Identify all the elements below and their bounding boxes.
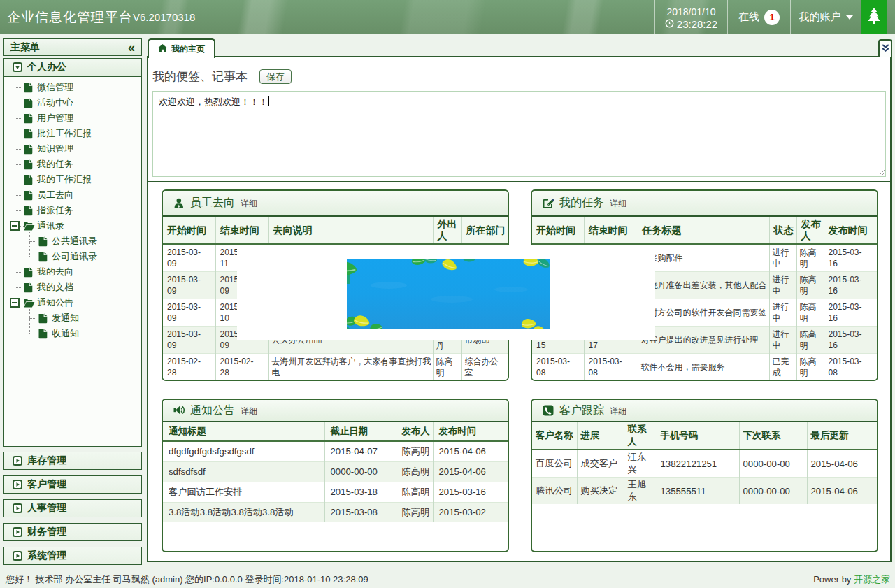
- table-cell: 腾讯公司: [532, 478, 577, 505]
- header-date: 2018/01/10: [666, 6, 715, 18]
- table-cell: 陈高明: [396, 502, 433, 522]
- tab-overflow-button[interactable]: [878, 39, 892, 57]
- table-cell: 135555511: [657, 478, 739, 505]
- column-header: 截止日期: [324, 422, 396, 441]
- datetime-cell: 2018/01/10 23:28:22: [654, 0, 727, 34]
- table-row[interactable]: dfgdfgdfgdsfgsdfgsdf2015-04-07陈高明2015-04…: [163, 441, 508, 461]
- table-header-row: 通知标题截止日期发布人发布时间: [163, 422, 508, 441]
- table-cell: 2015-04-06: [807, 450, 877, 478]
- brand-link[interactable]: 开源之家: [854, 574, 890, 585]
- table-cell: 2015-03-09: [163, 244, 215, 271]
- table-cell: 0000-00-00: [739, 450, 807, 478]
- sidebar-item-16[interactable]: 收通知: [4, 326, 141, 341]
- table-cell: 2015-04-06: [433, 441, 508, 461]
- file-icon: [38, 313, 48, 324]
- sidebar-item-1[interactable]: 活动中心: [4, 95, 141, 110]
- table-cell: 王旭东: [624, 478, 657, 505]
- file-icon: [23, 129, 34, 139]
- account-menu-button[interactable]: 我的账户: [790, 0, 861, 34]
- table-cell: 2015-03-08: [824, 353, 877, 380]
- panel-more-link[interactable]: 详细: [241, 406, 257, 417]
- panel-more-link[interactable]: 详细: [241, 198, 257, 210]
- table-cell: 0000-00-00: [324, 461, 396, 482]
- sidebar-section-1[interactable]: 客户管理: [3, 475, 142, 494]
- text-cursor: [268, 96, 269, 106]
- table-header-row: 客户名称进展联系人手机号码下次联系最后更新: [532, 422, 877, 450]
- sidebar-item-3[interactable]: 批注工作汇报: [4, 126, 141, 141]
- sidebar-section-2[interactable]: 人事管理: [3, 499, 142, 517]
- sidebar-section-0[interactable]: 库存管理: [3, 452, 142, 470]
- sidebar-item-2[interactable]: 用户管理: [4, 110, 141, 126]
- sidebar-item-8[interactable]: 指派任务: [4, 203, 141, 218]
- notes-title: 我的便签、记事本: [152, 69, 248, 85]
- file-icon: [23, 144, 34, 155]
- sidebar-item-11[interactable]: 公司通讯录: [4, 249, 141, 264]
- sidebar-section-3[interactable]: 财务管理: [3, 523, 142, 541]
- table-row[interactable]: 客户回访工作安排2015-03-18陈高明2015-03-16: [163, 482, 508, 502]
- panel-more-link[interactable]: 详细: [610, 406, 626, 417]
- table-cell: 13822121251: [657, 450, 739, 478]
- table-row[interactable]: sdfsdfsdf0000-00-00陈高明2015-04-06: [163, 461, 508, 482]
- sidebar-item-0[interactable]: 微信管理: [4, 80, 141, 95]
- sidebar-item-10[interactable]: 公共通讯录: [4, 234, 141, 249]
- sidebar-item-6[interactable]: 我的工作汇报: [4, 172, 141, 187]
- content-divider: [147, 181, 892, 182]
- table-cell: 2015-03-16: [824, 326, 877, 353]
- table-row[interactable]: 百度公司成交客户汪东兴138221212510000-00-002015-04-…: [532, 450, 877, 478]
- sidebar-item-9[interactable]: 通讯录: [4, 218, 141, 234]
- panel-header: 我的任务详细: [532, 191, 877, 217]
- clock-icon: [665, 18, 674, 31]
- notes-textarea[interactable]: 欢迎欢迎，热烈欢迎！！！: [152, 91, 886, 177]
- box-arrow-right-icon: [13, 503, 22, 513]
- panel-more-link[interactable]: 详细: [610, 198, 626, 210]
- online-users-button[interactable]: 在线 1: [727, 0, 790, 34]
- sidebar-item-15[interactable]: 发通知: [4, 310, 141, 326]
- table-row[interactable]: 2015-03-082015-03-08软件不会用，需要服务已完成陈高明2015…: [532, 353, 877, 380]
- floating-ad-banner[interactable]: [347, 259, 550, 329]
- box-arrow-down-icon: [13, 62, 22, 72]
- panel-notices: 通知公告详细通知标题截止日期发布人发布时间dfgdfgdfgdsfgsdfgsd…: [162, 399, 509, 552]
- table-cell: 陈高明: [396, 461, 433, 482]
- sidebar-item-4[interactable]: 知识管理: [4, 141, 141, 157]
- tab-my-homepage[interactable]: 我的主页: [148, 38, 215, 58]
- file-icon: [23, 175, 34, 185]
- table-cell: 综合办公室: [461, 353, 508, 380]
- table-cell: 进行中: [769, 326, 796, 353]
- table-cell: 客户回访工作安排: [163, 482, 324, 502]
- table-cell: dfgdfgdfgdsfgsdfgsdf: [163, 441, 324, 461]
- table-cell: 2015-03-16: [433, 482, 508, 502]
- header-time: 23:28:22: [677, 18, 717, 31]
- table-row[interactable]: 2015-02-282015-02-28去海州开发区拜访客户，大家有事直接打我电…: [163, 353, 508, 380]
- speaker-icon: [173, 405, 185, 416]
- table-row[interactable]: 腾讯公司购买决定王旭东1355555110000-00-002015-04-06: [532, 478, 877, 505]
- sidebar-item-13[interactable]: 我的文档: [4, 280, 141, 295]
- file-icon: [23, 206, 34, 216]
- sidebar-section-4[interactable]: 系统管理: [3, 547, 142, 565]
- file-icon: [23, 267, 34, 278]
- sidebar-item-14[interactable]: 通知公告: [4, 295, 141, 310]
- online-count-badge: 1: [764, 10, 780, 25]
- table-cell: 2015-02-28: [215, 353, 268, 380]
- sidebar-item-5[interactable]: 我的任务: [4, 157, 141, 172]
- save-button[interactable]: 保存: [259, 69, 292, 84]
- file-icon: [23, 98, 34, 108]
- home-icon: [158, 43, 167, 55]
- table-cell: 进行中: [769, 271, 796, 299]
- double-chevron-left-icon[interactable]: «: [128, 43, 135, 52]
- column-header: 客户名称: [532, 422, 577, 450]
- table-cell: 进行中: [769, 299, 796, 326]
- panel-title: 客户跟踪: [559, 403, 604, 418]
- table-row[interactable]: 3.8活动3.8活动3.8活动3.8活动2015-03-08陈高明2015-03…: [163, 502, 508, 522]
- table-cell: 成交客户: [577, 450, 624, 478]
- powered-by: Power by 开源之家: [813, 573, 890, 586]
- status-greeting: 您好！ 技术部 办公室主任 司马飘然 (admin) 您的IP:0.0.0.0 …: [6, 573, 368, 586]
- theme-tree-button[interactable]: [861, 0, 887, 34]
- column-header: 状态: [769, 217, 796, 244]
- sidebar-item-12[interactable]: 我的去向: [4, 264, 141, 280]
- textarea-resize-grip[interactable]: [878, 168, 885, 175]
- panel-customer-tracking: 客户跟踪详细客户名称进展联系人手机号码下次联系最后更新百度公司成交客户汪东兴13…: [531, 399, 878, 552]
- sidebar-item-7[interactable]: 员工去向: [4, 187, 141, 203]
- phone-icon: [543, 405, 554, 416]
- sidebar-section-personal-office[interactable]: 个人办公: [4, 59, 141, 77]
- column-header: 发布人: [796, 217, 824, 244]
